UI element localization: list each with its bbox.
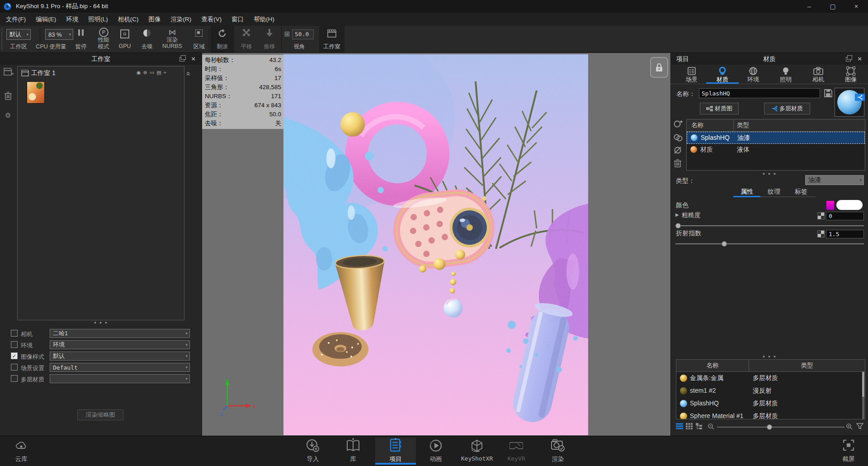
undock-icon[interactable] xyxy=(846,57,851,62)
image-style-select[interactable]: 默认▾ xyxy=(50,352,190,361)
multi-material-checkbox[interactable]: ✓ xyxy=(11,375,18,382)
close-icon[interactable]: × xyxy=(858,53,862,65)
ior-texture-icon[interactable] xyxy=(817,230,825,238)
save-material-icon[interactable] xyxy=(824,89,833,98)
library-row[interactable]: SplashHQ 多层材质 xyxy=(676,397,865,410)
ior-slider-track[interactable] xyxy=(675,243,864,244)
environment-select[interactable]: 环境▾ xyxy=(50,340,190,349)
studio-toolbar-button[interactable]: 工作室 xyxy=(319,26,344,52)
camera-select[interactable]: 二哈1▾ xyxy=(50,329,190,338)
menu-window[interactable]: 窗口 xyxy=(226,15,249,24)
roughness-slider-track[interactable] xyxy=(675,225,864,226)
studio-list-item[interactable]: 工作室 1 ◉⊕▭▤+ xyxy=(18,67,184,80)
library-row[interactable]: Sphere Material #1 多层材质 xyxy=(676,410,865,419)
studio-item-toggle-icons[interactable]: ◉⊕▭▤+ xyxy=(137,70,169,76)
menu-lighting[interactable]: 照明(L) xyxy=(83,15,113,24)
tab-textures[interactable]: 纹理 xyxy=(760,188,788,196)
menu-view[interactable]: 查看(V) xyxy=(196,15,226,24)
tumble-tool-button[interactable]: 翻滚 xyxy=(211,26,234,52)
close-icon[interactable]: × xyxy=(191,53,195,65)
minimize-button[interactable]: – xyxy=(797,0,821,13)
close-button[interactable]: × xyxy=(844,0,868,13)
zoom-in-icon[interactable] xyxy=(846,423,853,430)
material-name-input[interactable] xyxy=(699,88,820,98)
slot-row-selected[interactable]: SplashHQ 油漆 xyxy=(687,132,865,144)
multi-material-button[interactable]: 多层材质 xyxy=(764,103,810,114)
material-preview[interactable] xyxy=(835,88,864,117)
keyshotxr-button[interactable]: KeyShotXR xyxy=(452,436,502,466)
studio-settings-gear-icon[interactable]: ⚙ xyxy=(5,111,11,119)
list-view-icon[interactable] xyxy=(676,423,683,429)
scene-set-checkbox[interactable]: ✓ xyxy=(11,364,18,371)
denoise-button[interactable] xyxy=(137,29,157,38)
menu-image[interactable]: 图像 xyxy=(144,15,166,24)
toolbar-drag-handle[interactable] xyxy=(1,29,2,49)
render-thumbnail-button[interactable]: 渲染缩略图 xyxy=(77,409,123,420)
color-picker-swatch[interactable] xyxy=(826,201,834,210)
render-nurbs-button[interactable]: ⋈ xyxy=(159,28,185,37)
filter-funnel-icon[interactable] xyxy=(856,423,863,430)
ior-slider-thumb[interactable] xyxy=(722,241,727,247)
maximize-button[interactable]: ▢ xyxy=(821,0,844,13)
tab-scene[interactable]: 场景 xyxy=(677,66,706,84)
tab-labels[interactable]: 标签 xyxy=(788,188,815,196)
region-button[interactable] xyxy=(188,29,210,38)
realtime-viewport[interactable]: 每秒帧数：43.2 时间：6s 采样值：17 三角形：428,585 NURBS… xyxy=(202,53,670,436)
tab-image[interactable]: 图像 xyxy=(836,66,865,84)
tab-material[interactable]: 材质 xyxy=(708,66,737,84)
collapse-chevrons-icon[interactable]: « xyxy=(184,71,193,76)
project-button[interactable]: ▲ 项目 xyxy=(375,436,416,466)
menu-edit[interactable]: 编辑(E) xyxy=(31,15,61,24)
menu-environment[interactable]: 环境 xyxy=(61,15,83,24)
material-type-dropdown[interactable]: 油漆 ▾ xyxy=(805,175,864,185)
grid-view-icon[interactable] xyxy=(686,423,693,429)
undock-icon[interactable] xyxy=(179,57,184,62)
animation-button[interactable]: 动画 xyxy=(415,436,456,466)
roughness-slider-thumb[interactable] xyxy=(675,223,681,228)
color-value-swatch[interactable] xyxy=(836,200,863,210)
import-button[interactable]: 导入 xyxy=(292,436,333,466)
tree-view-icon[interactable] xyxy=(696,423,703,429)
pan-tool-button[interactable] xyxy=(235,29,258,38)
tab-camera[interactable]: 相机 xyxy=(804,66,833,84)
scrollbar-thumb[interactable] xyxy=(862,372,864,397)
fov-value-field[interactable]: 50.0 xyxy=(292,29,314,39)
duplicate-material-icon[interactable] xyxy=(674,133,683,142)
thumbnail-size-slider[interactable] xyxy=(717,427,844,428)
panel-splitter[interactable]: ● ● ● xyxy=(0,320,202,325)
slot-row[interactable]: 材质 液体 xyxy=(687,144,865,156)
render-button[interactable]: 渲染 xyxy=(538,436,578,466)
screenshot-button[interactable]: 截屏 xyxy=(835,436,863,466)
unlink-material-icon[interactable] xyxy=(674,146,683,154)
zoom-out-icon[interactable] xyxy=(708,423,714,430)
ior-field[interactable]: 1.5 xyxy=(826,230,864,238)
menu-render[interactable]: 渲染(R) xyxy=(166,15,197,24)
cloud-library-button[interactable]: 云库 xyxy=(7,436,35,466)
library-row[interactable]: 金属条:金属 多层材质 xyxy=(676,372,865,385)
tab-properties[interactable]: 属性 xyxy=(733,188,760,196)
delete-studio-icon[interactable] xyxy=(5,91,12,100)
tab-environment[interactable]: 环境 xyxy=(739,66,768,84)
delete-material-icon[interactable] xyxy=(674,159,681,167)
camera-checkbox[interactable]: ✓ xyxy=(11,330,18,337)
menu-help[interactable]: 帮助(H) xyxy=(249,15,279,24)
library-row[interactable]: stem1 #2 漫反射 xyxy=(676,385,865,397)
menu-file[interactable]: 文件(F) xyxy=(1,15,31,24)
scrollbar[interactable] xyxy=(862,372,864,419)
pause-button[interactable] xyxy=(71,29,91,37)
library-button[interactable]: ▲ 库 xyxy=(333,436,373,466)
camera-lock-button[interactable] xyxy=(650,57,668,78)
add-material-icon[interactable] xyxy=(674,120,683,128)
image-style-checkbox[interactable]: ✓ xyxy=(11,352,18,359)
add-studio-icon[interactable] xyxy=(4,68,14,77)
thumbnail-size-thumb[interactable] xyxy=(767,424,772,430)
roughness-field[interactable]: 0 xyxy=(826,212,864,220)
cpu-usage-dropdown[interactable]: 83 %▾ xyxy=(45,29,73,40)
gpu-button[interactable]: G xyxy=(115,29,135,38)
tab-lighting[interactable]: 照明 xyxy=(771,66,800,84)
menu-camera[interactable]: 相机(C) xyxy=(113,15,144,24)
roughness-texture-icon[interactable] xyxy=(817,212,825,219)
performance-mode-button[interactable]: P xyxy=(93,28,114,37)
material-graph-button[interactable]: 材质图 xyxy=(700,103,739,114)
panel-splitter[interactable]: ● ● ● xyxy=(671,354,868,359)
